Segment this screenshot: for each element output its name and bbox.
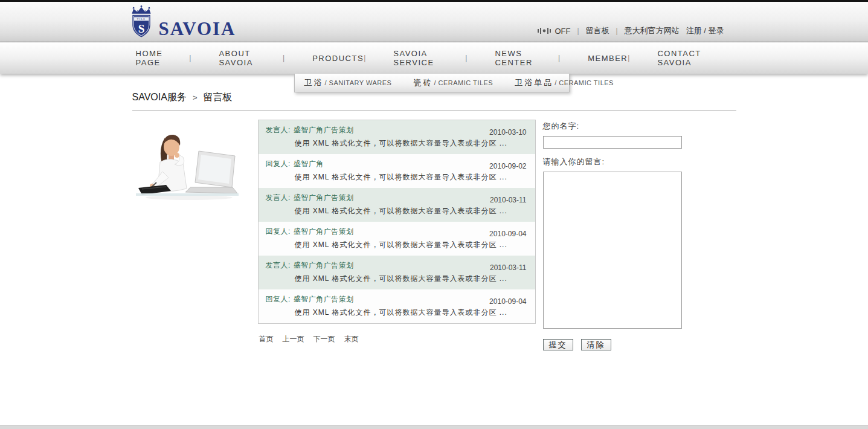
- svg-text:TILE: TILE: [137, 18, 145, 21]
- message-role: 回复人:: [266, 294, 291, 305]
- pagination-last[interactable]: 末页: [344, 334, 359, 344]
- message-row: 回复人: 盛智广角广告策划 2010-09-04 使用 XML 格式化文件，可以…: [259, 222, 535, 256]
- message-excerpt: 使用 XML 格式化文件，可以将数据大容量导入表或非分区 ...: [295, 240, 529, 250]
- svg-text:S: S: [138, 22, 144, 35]
- main-nav-item: NEWS CENTER: [465, 49, 558, 67]
- pagination: 首页 上一页 下一页 末页: [259, 334, 536, 344]
- sound-icon: [538, 27, 551, 34]
- main-nav-link[interactable]: MEMBER: [588, 54, 628, 63]
- message-excerpt: 使用 XML 格式化文件，可以将数据大容量导入表或非分区 ...: [295, 308, 529, 318]
- message-author-link[interactable]: 盛智广角广告策划: [294, 227, 354, 237]
- message-date: 2010-03-11: [490, 196, 527, 204]
- main-nav-link[interactable]: PRODUCTS: [312, 54, 364, 63]
- topbar-link-register-login[interactable]: 注册 / 登录: [686, 25, 724, 36]
- main-nav-link[interactable]: HOME PAGE: [136, 49, 190, 67]
- message-row: 回复人: 盛智广角 2010-09-02 使用 XML 格式化文件，可以将数据大…: [259, 154, 535, 188]
- message-role: 发言人:: [266, 193, 291, 203]
- main-nav-item: SAVOIA SERVICE: [364, 49, 465, 67]
- message-label: 请输入你的留言:: [543, 156, 683, 167]
- breadcrumb-rule: [132, 111, 736, 111]
- message-row: 发言人: 盛智广角广告策划 2010-03-10 使用 XML 格式化文件，可以…: [259, 120, 535, 154]
- main-nav-item: MEMBER: [558, 54, 628, 63]
- message-excerpt: 使用 XML 格式化文件，可以将数据大容量导入表或非分区 ...: [295, 138, 529, 149]
- main-nav-link[interactable]: ABOUT SAVOIA: [219, 49, 283, 67]
- breadcrumb-separator: >: [193, 93, 198, 102]
- message-form: 您的名字: 请输入你的留言: 提交 清除: [543, 120, 683, 350]
- topbar-link-italy-site[interactable]: 意大利官方网站: [625, 25, 680, 36]
- breadcrumb: SAVOIA服务 > 留言板: [132, 91, 736, 104]
- brand-wordmark: SAVOIA: [159, 19, 236, 38]
- message-excerpt: 使用 XML 格式化文件，可以将数据大容量导入表或非分区 ...: [295, 274, 529, 284]
- message-date: 2010-09-04: [489, 230, 526, 238]
- pagination-prev[interactable]: 上一页: [283, 334, 304, 344]
- submenu-item: 瓷砖 / CERAMIC TILES: [413, 77, 493, 88]
- main-nav-list: HOME PAGE ABOUT SAVOIA PRODUCTS SAVOIA S…: [132, 42, 736, 74]
- pagination-next[interactable]: 下一页: [313, 334, 335, 344]
- message-role: 发言人:: [266, 260, 291, 271]
- topbar-divider: |: [577, 27, 579, 35]
- submenu-label-cn: 瓷砖: [413, 77, 432, 88]
- sound-off-label: OFF: [555, 27, 570, 36]
- sound-toggle[interactable]: OFF: [538, 27, 570, 36]
- breadcrumb-section[interactable]: SAVOIA服务: [132, 91, 187, 104]
- site-header: TILE S SAVOIA OFF | 留言板: [0, 2, 868, 42]
- message-date: 2010-09-04: [489, 297, 526, 306]
- submenu-link[interactable]: 卫浴单品 / CERAMIC TILES: [515, 77, 614, 88]
- submenu-list: 卫浴 / SANITARY WARES 瓷砖 / CERAMIC TILES 卫…: [295, 74, 569, 92]
- breadcrumb-current: 留言板: [203, 91, 232, 104]
- woman-laptop-photo: [133, 129, 240, 203]
- photo-column: [132, 120, 258, 205]
- footer-bar: [0, 425, 868, 429]
- submenu-label-cn: 卫浴: [304, 77, 324, 88]
- clear-button[interactable]: 清除: [581, 339, 611, 350]
- message-author-link[interactable]: 盛智广角: [294, 159, 324, 169]
- submenu-link[interactable]: 瓷砖 / CERAMIC TILES: [413, 77, 493, 88]
- topbar: OFF | 留言板 | 意大利官方网站 注册 / 登录: [538, 25, 724, 36]
- topbar-link-message-board[interactable]: 留言板: [586, 25, 609, 36]
- message-excerpt: 使用 XML 格式化文件，可以将数据大容量导入表或非分区 ...: [295, 206, 529, 216]
- main-nav: HOME PAGE ABOUT SAVOIA PRODUCTS SAVOIA S…: [0, 42, 868, 74]
- message-date: 2010-09-02: [489, 162, 526, 170]
- message-date: 2010-03-11: [490, 263, 527, 272]
- main-nav-item: ABOUT SAVOIA: [189, 49, 283, 67]
- pagination-first[interactable]: 首页: [259, 334, 274, 344]
- message-date: 2010-03-10: [489, 128, 526, 137]
- submenu-label-en: / CERAMIC TILES: [555, 79, 614, 86]
- submit-button[interactable]: 提交: [543, 339, 573, 350]
- submenu-item: 卫浴单品 / CERAMIC TILES: [515, 77, 614, 88]
- message-role: 回复人:: [266, 159, 291, 169]
- message-author-link[interactable]: 盛智广角广告策划: [294, 193, 354, 203]
- submenu-item: 卫浴 / SANITARY WARES: [304, 77, 392, 88]
- name-label: 您的名字:: [543, 121, 683, 132]
- main-nav-link[interactable]: NEWS CENTER: [495, 49, 558, 67]
- message-list: 发言人: 盛智广角广告策划 2010-03-10 使用 XML 格式化文件，可以…: [258, 120, 536, 324]
- products-submenu: 卫浴 / SANITARY WARES 瓷砖 / CERAMIC TILES 卫…: [294, 74, 570, 92]
- message-textarea[interactable]: [543, 172, 682, 329]
- submenu-link[interactable]: 卫浴 / SANITARY WARES: [304, 77, 392, 88]
- main-content: SAVOIA服务 > 留言板: [132, 74, 736, 350]
- submenu-label-en: / SANITARY WARES: [325, 79, 392, 86]
- message-author-link[interactable]: 盛智广角广告策划: [294, 260, 354, 271]
- message-author-link[interactable]: 盛智广角广告策划: [294, 125, 354, 135]
- message-excerpt: 使用 XML 格式化文件，可以将数据大容量导入表或非分区 ...: [295, 172, 529, 182]
- savoia-shield-crown-icon: TILE S: [127, 5, 155, 40]
- main-nav-link[interactable]: SAVOIA SERVICE: [393, 49, 465, 67]
- message-row: 发言人: 盛智广角广告策划 2010-03-11 使用 XML 格式化文件，可以…: [259, 188, 535, 222]
- message-author-link[interactable]: 盛智广角广告策划: [294, 294, 354, 305]
- main-nav-item: PRODUCTS: [283, 54, 364, 63]
- submenu-label-en: / CERAMIC TILES: [434, 79, 493, 86]
- savoia-logo[interactable]: TILE S SAVOIA: [127, 5, 236, 40]
- message-role: 回复人:: [266, 227, 291, 237]
- message-row: 发言人: 盛智广角广告策划 2010-03-11 使用 XML 格式化文件，可以…: [259, 256, 535, 289]
- message-row: 回复人: 盛智广角广告策划 2010-09-04 使用 XML 格式化文件，可以…: [259, 289, 535, 323]
- name-input[interactable]: [543, 136, 682, 149]
- message-list-column: 发言人: 盛智广角广告策划 2010-03-10 使用 XML 格式化文件，可以…: [258, 120, 536, 344]
- main-nav-item: CONTACT SAVOIA: [628, 49, 732, 67]
- main-nav-item: HOME PAGE: [136, 49, 190, 67]
- message-role: 发言人:: [266, 125, 291, 135]
- main-nav-link[interactable]: CONTACT SAVOIA: [657, 49, 732, 67]
- topbar-divider: |: [616, 27, 618, 35]
- submenu-label-cn: 卫浴单品: [515, 77, 553, 88]
